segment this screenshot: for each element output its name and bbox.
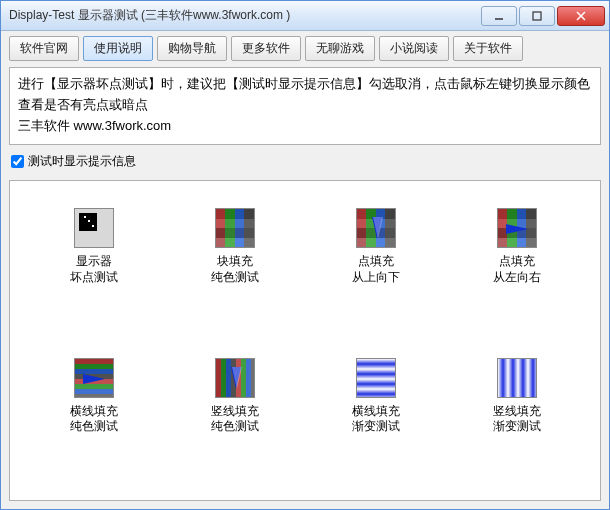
tab-instructions[interactable]: 使用说明 (83, 36, 153, 61)
svg-rect-1 (533, 12, 541, 20)
test-hline-gradient[interactable]: 横线填充 渐变测试 (310, 351, 441, 481)
test-hline-solid[interactable]: 横线填充 纯色测试 (28, 351, 159, 481)
window-title: Display-Test 显示器测试 (三丰软件www.3fwork.com ) (9, 7, 481, 24)
test-label: 横线填充 渐变测试 (352, 404, 400, 435)
test-vline-solid[interactable]: 竖线填充 纯色测试 (169, 351, 300, 481)
test-block-solid[interactable]: 块填充 纯色测试 (169, 201, 300, 331)
tab-novels[interactable]: 小说阅读 (379, 36, 449, 61)
test-vline-gradient[interactable]: 竖线填充 渐变测试 (451, 351, 582, 481)
maximize-button[interactable] (519, 6, 555, 26)
deadpixel-icon (74, 208, 114, 248)
tab-shopping[interactable]: 购物导航 (157, 36, 227, 61)
minimize-icon (494, 11, 504, 21)
tests-panel: 显示器 坏点测试 块填充 纯色测试 点填充 从上向下 (9, 180, 601, 501)
tab-games[interactable]: 无聊游戏 (305, 36, 375, 61)
titlebar[interactable]: Display-Test 显示器测试 (三丰软件www.3fwork.com ) (1, 1, 609, 31)
arrow-right-icon (83, 374, 105, 384)
block-solid-icon (215, 208, 255, 248)
tab-more-software[interactable]: 更多软件 (231, 36, 301, 61)
window-controls (481, 6, 605, 26)
test-point-leftright[interactable]: 点填充 从左向右 (451, 201, 582, 331)
info-box: 进行【显示器坏点测试】时，建议把【测试时显示提示信息】勾选取消，点击鼠标左键切换… (9, 67, 601, 145)
show-hints-label: 测试时显示提示信息 (28, 153, 136, 170)
vline-gradient-icon (497, 358, 537, 398)
close-icon (576, 11, 586, 21)
app-window: Display-Test 显示器测试 (三丰软件www.3fwork.com )… (0, 0, 610, 510)
tab-official-site[interactable]: 软件官网 (9, 36, 79, 61)
info-line-2: 三丰软件 www.3fwork.com (18, 116, 592, 137)
vline-solid-icon (215, 358, 255, 398)
point-topdown-icon (356, 208, 396, 248)
test-label: 竖线填充 渐变测试 (493, 404, 541, 435)
test-label: 竖线填充 纯色测试 (211, 404, 259, 435)
test-label: 显示器 坏点测试 (70, 254, 118, 285)
minimize-button[interactable] (481, 6, 517, 26)
close-button[interactable] (557, 6, 605, 26)
hline-solid-icon (74, 358, 114, 398)
tab-about[interactable]: 关于软件 (453, 36, 523, 61)
show-hints-checkbox[interactable] (11, 155, 24, 168)
maximize-icon (532, 11, 542, 21)
hline-gradient-icon (356, 358, 396, 398)
test-label: 块填充 纯色测试 (211, 254, 259, 285)
test-label: 横线填充 纯色测试 (70, 404, 118, 435)
content-area: 软件官网 使用说明 购物导航 更多软件 无聊游戏 小说阅读 关于软件 进行【显示… (1, 31, 609, 509)
point-leftright-icon (497, 208, 537, 248)
tabbar: 软件官网 使用说明 购物导航 更多软件 无聊游戏 小说阅读 关于软件 (9, 36, 601, 61)
show-hints-checkbox-row[interactable]: 测试时显示提示信息 (9, 153, 601, 170)
test-label: 点填充 从上向下 (352, 254, 400, 285)
test-label: 点填充 从左向右 (493, 254, 541, 285)
test-deadpixel[interactable]: 显示器 坏点测试 (28, 201, 159, 331)
info-line-1: 进行【显示器坏点测试】时，建议把【测试时显示提示信息】勾选取消，点击鼠标左键切换… (18, 74, 592, 116)
test-point-topdown[interactable]: 点填充 从上向下 (310, 201, 441, 331)
arrow-down-icon (231, 367, 241, 389)
